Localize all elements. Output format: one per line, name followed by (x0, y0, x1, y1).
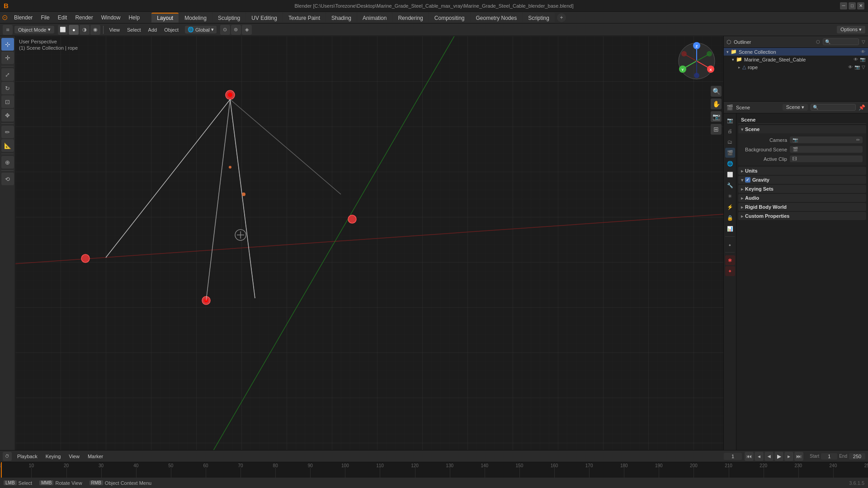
world-properties-icon[interactable]: 🌐 (725, 159, 735, 169)
object-mode-dropdown[interactable]: Object Mode ▾ (14, 26, 54, 33)
scene-properties-icon[interactable]: 🎬 (725, 148, 735, 158)
snap-button[interactable]: ⊙ (220, 25, 230, 35)
marine-visible-icon[interactable]: 👁 (854, 57, 858, 62)
end-frame-value[interactable]: 250 (849, 453, 865, 460)
audio-section-header[interactable]: ▸ Audio (738, 194, 866, 202)
material-properties-icon[interactable]: ⬥ (725, 239, 735, 249)
output-properties-icon[interactable]: 🖨 (725, 126, 735, 136)
menu-blender[interactable]: Blender (10, 14, 36, 22)
play-reverse-button[interactable]: ◄ (764, 452, 774, 461)
rope-filter-icon[interactable]: ▽ (862, 65, 865, 70)
editor-type-button[interactable]: ⌗ (3, 25, 13, 35)
view-layer-properties-icon[interactable]: 🗂 (725, 137, 735, 147)
add-primitive-tool[interactable]: ⊕ (1, 156, 14, 169)
constraints-properties-icon[interactable]: 🔒 (725, 213, 735, 223)
scene-collection-visible-icon[interactable]: 👁 (861, 49, 865, 54)
properties-search[interactable]: 🔍 (811, 104, 856, 111)
hand-tool-button[interactable]: ✋ (711, 99, 722, 109)
tab-uv-editing[interactable]: UV Editing (246, 13, 283, 23)
tab-modeling[interactable]: Modeling (179, 13, 212, 23)
background-scene-value-box[interactable]: 🎬 (790, 146, 863, 153)
outliner-item-marine[interactable]: ▾ 📁 Marine_Grade_Steel_Cable 👁 📷 (724, 56, 868, 63)
start-frame-value[interactable]: 1 (821, 453, 837, 460)
tab-geometry-nodes[interactable]: Geometry Nodes (471, 13, 523, 23)
timeline-track[interactable]: 1102030405060708090100110120130140150160… (0, 462, 868, 478)
active-tool-icon[interactable]: ✱ (725, 255, 735, 265)
annotate-tool[interactable]: ✏ (1, 126, 14, 138)
outliner-filter-button[interactable]: ▽ (862, 39, 865, 44)
camera-view-button[interactable]: 📷 (711, 111, 722, 122)
properties-pin-button[interactable]: 📌 (859, 104, 865, 111)
grid-view-button[interactable]: ⊞ (711, 124, 722, 135)
keying-menu[interactable]: Keying (43, 453, 64, 460)
viewport-shading-wireframe[interactable]: ⬜ (58, 25, 68, 35)
physics-properties-icon[interactable]: ⚡ (725, 202, 735, 212)
marker-menu[interactable]: Marker (85, 453, 106, 460)
tab-texture-paint[interactable]: Texture Paint (283, 13, 326, 23)
scale-tool[interactable]: ⊡ (1, 95, 14, 108)
view-menu[interactable]: View (106, 26, 123, 33)
gravity-checkbox[interactable]: ✓ (745, 177, 750, 183)
outliner-item-rope[interactable]: ▸ △ rope 👁 📷 ▽ (724, 63, 868, 71)
measure-tool[interactable]: 📐 (1, 139, 14, 152)
outliner-display-mode[interactable]: ⬡ (816, 39, 820, 44)
gravity-section-header[interactable]: ▾ ✓ Gravity (738, 176, 866, 184)
rope-render-icon[interactable]: 📷 (854, 65, 860, 70)
current-frame-display[interactable]: 1 (724, 453, 742, 460)
menu-file[interactable]: File (37, 14, 53, 22)
tab-sculpting[interactable]: Sculpting (212, 13, 245, 23)
playback-menu[interactable]: Playback (14, 453, 40, 460)
menu-render[interactable]: Render (71, 14, 96, 22)
tab-animation[interactable]: Animation (357, 13, 392, 23)
timeline-type-icon[interactable]: ⏱ (3, 452, 12, 461)
add-menu[interactable]: Add (146, 26, 160, 33)
jump-start-button[interactable]: ⏮ (745, 452, 754, 461)
select-box-tool[interactable]: ⊹ (1, 38, 14, 51)
select-menu[interactable]: Select (124, 26, 144, 33)
zoom-in-button[interactable]: 🔍 (711, 86, 722, 97)
transform-tool[interactable]: ✥ (1, 109, 14, 122)
add-workspace-button[interactable]: + (557, 13, 566, 22)
play-button[interactable]: ▶ (774, 452, 783, 461)
rope-visible-icon[interactable]: 👁 (848, 65, 853, 70)
navigation-gizmo[interactable]: Z X Y (676, 41, 717, 81)
history-tool-btn[interactable]: ⟲ (1, 173, 14, 185)
view-menu-timeline[interactable]: View (66, 453, 82, 460)
move-tool[interactable]: ⤢ (1, 68, 14, 81)
3d-viewport[interactable]: User Perspective (1) Scene Collection | … (15, 36, 723, 450)
tab-shading[interactable]: Shading (326, 13, 357, 23)
viewport-shading-solid[interactable]: ● (69, 25, 79, 35)
units-section-header[interactable]: ▸ Units (738, 167, 866, 175)
minimize-button[interactable]: ─ (840, 2, 847, 9)
viewport-shading-material[interactable]: ◑ (80, 25, 90, 35)
active-clip-value-box[interactable]: 🎞 (790, 155, 863, 162)
proportional-edit-button[interactable]: ⊚ (231, 25, 241, 35)
tab-layout[interactable]: Layout (151, 13, 179, 23)
camera-value-box[interactable]: 📷 ✏ (790, 136, 863, 143)
close-button[interactable]: ✕ (857, 2, 864, 9)
rotate-tool[interactable]: ↻ (1, 82, 14, 94)
object-properties-icon[interactable]: ⬜ (725, 169, 735, 179)
cursor-tool[interactable]: ✛ (1, 52, 14, 64)
modifier-properties-icon[interactable]: 🔧 (725, 180, 735, 190)
prev-keyframe-button[interactable]: ◂ (755, 452, 764, 461)
object-menu[interactable]: Object (161, 26, 181, 33)
render-properties-icon[interactable]: 📷 (725, 115, 735, 125)
properties-scene-selector[interactable]: Scene ▾ (783, 104, 808, 111)
jump-end-button[interactable]: ⏭ (794, 452, 803, 461)
maximize-button[interactable]: □ (849, 2, 856, 9)
tab-scripting[interactable]: Scripting (523, 13, 555, 23)
menu-help[interactable]: Help (125, 14, 143, 22)
outliner-search[interactable] (823, 38, 859, 45)
camera-edit-icon[interactable]: ✏ (856, 137, 860, 142)
custom-props-header[interactable]: ▸ Custom Properties (738, 212, 866, 220)
outliner-item-scene-collection[interactable]: ▾ 📁 Scene Collection 👁 (724, 48, 868, 56)
particles-properties-icon[interactable]: ✳ (725, 191, 735, 201)
next-keyframe-button[interactable]: ▸ (784, 452, 793, 461)
keying-sets-header[interactable]: ▸ Keying Sets (738, 185, 866, 193)
scene-section-header[interactable]: ▾ Scene (738, 125, 866, 133)
rigid-body-section-header[interactable]: ▸ Rigid Body World (738, 203, 866, 211)
marine-render-icon[interactable]: 📷 (860, 57, 865, 62)
tab-compositing[interactable]: Compositing (429, 13, 470, 23)
viewport-shading-rendered[interactable]: ◉ (90, 25, 100, 35)
